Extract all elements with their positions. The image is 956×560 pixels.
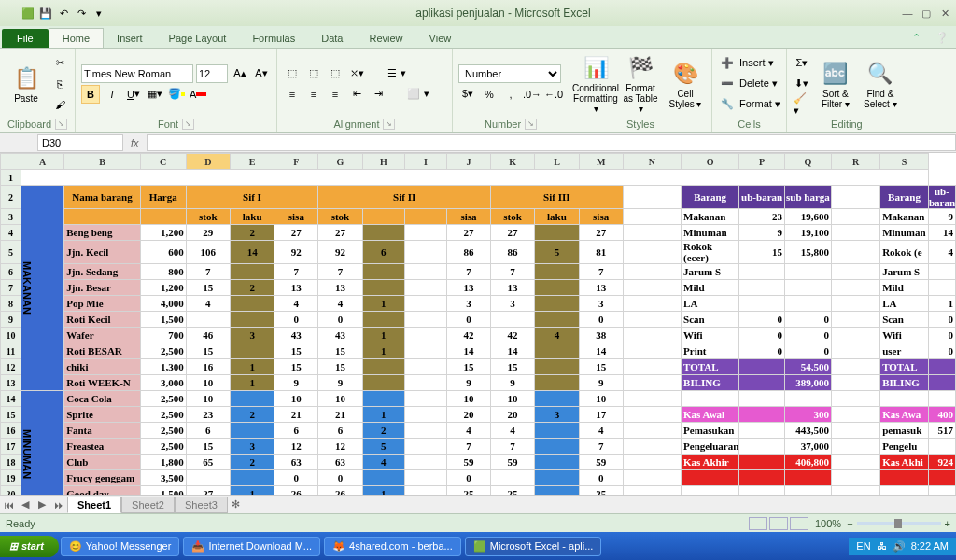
cell[interactable]	[230, 296, 274, 312]
cell[interactable]	[623, 391, 681, 407]
cell[interactable]: 0	[579, 470, 623, 486]
cell[interactable]: 7	[579, 439, 623, 455]
cell[interactable]	[682, 486, 739, 496]
merge-button[interactable]: ⬜ ▾	[390, 85, 446, 104]
cell[interactable]: 20	[490, 407, 534, 423]
align-bottom-icon[interactable]: ⬚	[326, 64, 344, 83]
cell[interactable]: 9	[739, 225, 785, 241]
row-header-5[interactable]: 5	[1, 241, 21, 264]
cell[interactable]: 7	[490, 439, 534, 455]
cell[interactable]: Jjn. Sedang	[64, 264, 141, 280]
cell[interactable]: 59	[579, 455, 623, 470]
cell[interactable]	[623, 225, 681, 241]
cell[interactable]: 10	[186, 375, 230, 391]
cell[interactable]: 17	[579, 407, 623, 423]
cell[interactable]	[405, 439, 447, 455]
cell[interactable]: Nama barang	[64, 186, 141, 209]
cell[interactable]: 15	[186, 439, 230, 455]
cell[interactable]	[831, 359, 879, 375]
cell[interactable]	[405, 391, 447, 407]
cell[interactable]: 19,600	[784, 209, 831, 225]
find-select-button[interactable]: 🔍Find & Select ▾	[860, 53, 901, 115]
cell[interactable]: sub harga	[784, 186, 831, 209]
cell[interactable]: ub-baran	[739, 186, 785, 209]
cell[interactable]	[928, 280, 955, 296]
cell[interactable]: 7	[490, 264, 534, 280]
col-header-H[interactable]: H	[362, 154, 405, 170]
cell[interactable]: Jarum S	[682, 264, 739, 280]
cell[interactable]: 3,000	[140, 375, 186, 391]
cell[interactable]	[831, 343, 879, 359]
align-right-icon[interactable]: ≡	[326, 85, 344, 104]
cell[interactable]: LA	[880, 296, 929, 312]
cell[interactable]: 1,800	[140, 455, 186, 470]
bold-button[interactable]: B	[81, 85, 100, 104]
copy-icon[interactable]: ⎘	[50, 75, 69, 93]
row-header-3[interactable]: 3	[1, 209, 21, 225]
task-browser[interactable]: 🦊4shared.com - berba...	[324, 537, 461, 556]
zoom-level[interactable]: 100%	[815, 518, 841, 529]
cell[interactable]	[784, 391, 831, 407]
cell[interactable]: Wifi	[682, 328, 739, 343]
cell[interactable]: 1	[362, 296, 405, 312]
cell[interactable]	[928, 359, 955, 375]
cell[interactable]: 16	[186, 359, 230, 375]
cell[interactable]: 1	[230, 359, 274, 375]
row-header-8[interactable]: 8	[1, 296, 21, 312]
cell[interactable]: 2,500	[140, 407, 186, 423]
cell[interactable]: 300	[784, 407, 831, 423]
cell[interactable]	[405, 264, 447, 280]
cell[interactable]: Scan	[682, 312, 739, 328]
cat-minuman[interactable]: MINUMAN	[21, 391, 64, 496]
cell[interactable]	[535, 439, 579, 455]
select-all-corner[interactable]	[1, 154, 21, 170]
row-header-13[interactable]: 13	[1, 375, 21, 391]
cell[interactable]: Rokok (ecer)	[682, 241, 739, 264]
cell[interactable]	[739, 391, 785, 407]
number-launcher[interactable]: ↘	[525, 119, 537, 130]
cell[interactable]: 63	[318, 455, 362, 470]
cell[interactable]	[831, 225, 879, 241]
cell[interactable]: Barang	[682, 186, 739, 209]
cell[interactable]	[405, 280, 447, 296]
cell[interactable]: Roti Kecil	[64, 312, 141, 328]
cell[interactable]: 2	[230, 455, 274, 470]
cell-styles-button[interactable]: 🎨Cell Styles ▾	[665, 53, 706, 115]
cell[interactable]: 0	[318, 312, 362, 328]
cell[interactable]: Pop Mie	[64, 296, 141, 312]
cell[interactable]	[623, 296, 681, 312]
cell[interactable]	[784, 470, 831, 486]
sheet-tab-2[interactable]: Sheet2	[121, 497, 175, 513]
cell[interactable]: Pengelu	[880, 439, 929, 455]
row-header-6[interactable]: 6	[1, 264, 21, 280]
cell[interactable]: 13	[490, 280, 534, 296]
tray-volume-icon[interactable]: 🔊	[893, 540, 906, 553]
cell[interactable]	[405, 455, 447, 470]
col-header-B[interactable]: B	[64, 154, 141, 170]
cell[interactable]	[405, 225, 447, 241]
tab-data[interactable]: Data	[308, 29, 356, 48]
wrap-text-button[interactable]: ☰ ▾	[369, 64, 425, 83]
cell[interactable]	[362, 375, 405, 391]
cell[interactable]: stok	[490, 209, 534, 225]
cell[interactable]	[623, 375, 681, 391]
cell[interactable]	[623, 280, 681, 296]
cell[interactable]: 2,500	[140, 343, 186, 359]
cell[interactable]: Coca Cola	[64, 391, 141, 407]
cell[interactable]: 14	[447, 343, 491, 359]
new-sheet-icon[interactable]: ✻	[228, 498, 245, 511]
cell[interactable]: 15	[186, 280, 230, 296]
cell[interactable]: ub-baran	[928, 186, 955, 209]
cell[interactable]: 0	[739, 312, 785, 328]
cell[interactable]: 406,800	[784, 455, 831, 470]
cell[interactable]: 7	[579, 264, 623, 280]
cell[interactable]: 2,500	[140, 423, 186, 439]
col-header-F[interactable]: F	[274, 154, 318, 170]
cell[interactable]: laku	[535, 209, 579, 225]
cell[interactable]: 2	[230, 225, 274, 241]
cell[interactable]: 2,500	[140, 439, 186, 455]
cell[interactable]: Print	[682, 343, 739, 359]
cell[interactable]	[928, 391, 955, 407]
col-header-P[interactable]: P	[739, 154, 785, 170]
italic-button[interactable]: I	[103, 85, 121, 104]
